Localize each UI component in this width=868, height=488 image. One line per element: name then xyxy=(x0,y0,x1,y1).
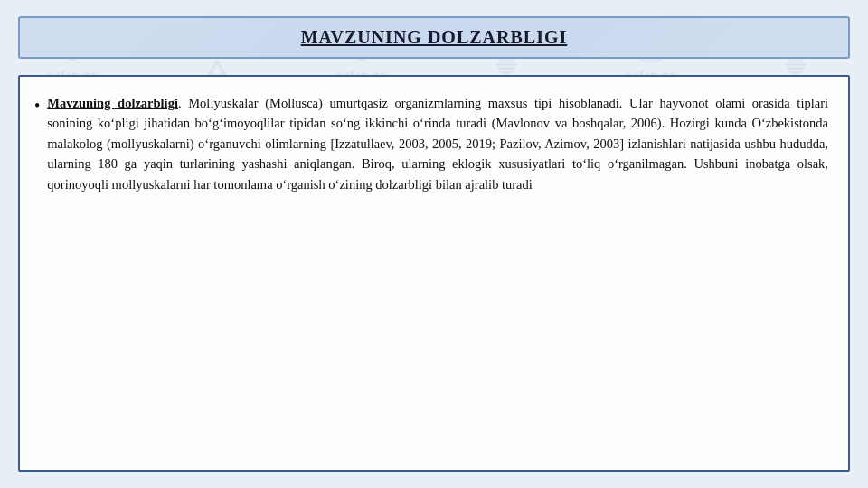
bullet-dot: • xyxy=(34,94,40,118)
title-bar: MAVZUNING DOLZARBLIGI xyxy=(18,16,850,59)
bullet-label: Mavzuning dolzarbligi xyxy=(47,96,178,110)
page-title: MAVZUNING DOLZARBLIGI xyxy=(301,27,568,47)
bullet-body-text: Mavzuning dolzarbligi. Mollyuskalar (Mol… xyxy=(47,93,828,194)
main-content: MAVZUNING DOLZARBLIGI • Mavzuning dolzar… xyxy=(0,0,868,488)
content-box: • Mavzuning dolzarbligi. Mollyuskalar (M… xyxy=(18,75,850,472)
bullet-item: • Mavzuning dolzarbligi. Mollyuskalar (M… xyxy=(34,93,828,194)
